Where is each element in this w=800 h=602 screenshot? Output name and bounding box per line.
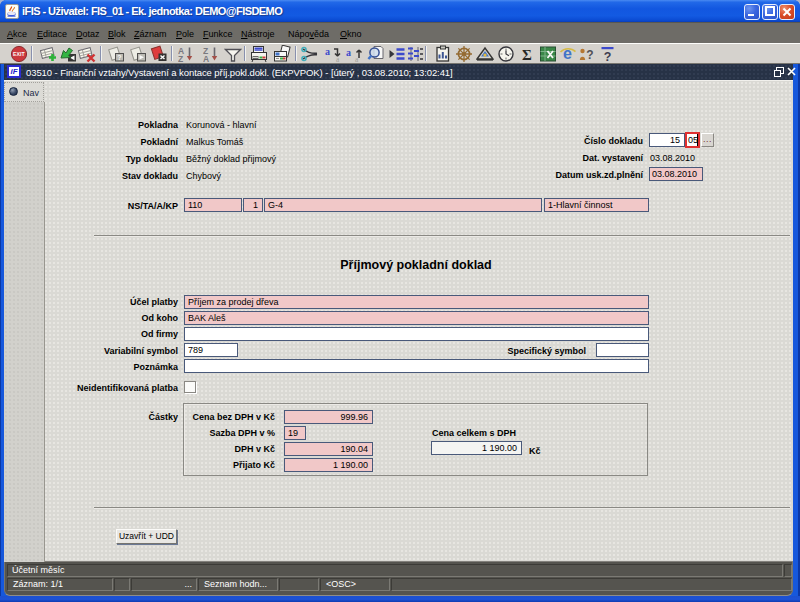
svg-text:e: e xyxy=(563,45,572,62)
svg-text:a: a xyxy=(325,46,330,57)
svg-text:Σ: Σ xyxy=(522,47,532,63)
svg-text:a: a xyxy=(346,47,351,58)
svg-text:Z: Z xyxy=(178,54,183,64)
svg-text:EXIT: EXIT xyxy=(13,51,25,57)
svg-text:?: ? xyxy=(604,50,612,64)
svg-text:?: ? xyxy=(586,48,593,62)
svg-text:a: a xyxy=(336,55,340,63)
svg-text:A: A xyxy=(203,54,209,64)
svg-text:?: ? xyxy=(117,54,121,61)
